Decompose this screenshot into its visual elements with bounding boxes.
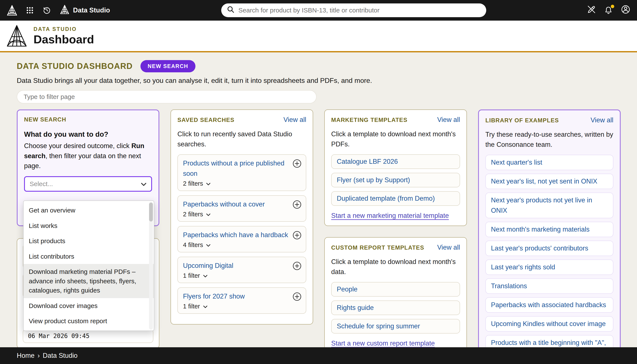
custom-report-template-link[interactable]: Schedule for spring summer [331, 319, 460, 334]
library-example-link[interactable]: Upcoming Kindles without cover image [485, 316, 613, 332]
marketing-templates-view-all[interactable]: View all [437, 116, 460, 124]
library-example-link[interactable]: Next quarter's list [485, 155, 613, 170]
dropdown-option[interactable]: List works [24, 218, 154, 234]
saved-search-link[interactable]: Paperbacks which have a hardback [183, 230, 289, 240]
dashboard-heading: DATA STUDIO DASHBOARD [17, 62, 133, 71]
library-example-link[interactable]: Next month's marketing materials [485, 222, 613, 237]
custom-report-template-link[interactable]: People [331, 282, 460, 296]
saved-search-filters-toggle[interactable]: 1 filter [183, 272, 289, 279]
saved-search-filters-toggle[interactable]: 2 filters [183, 180, 289, 187]
outcome-instruction: Choose your desired outcome, click Run s… [24, 141, 152, 171]
saved-search-item: Products without a price published soon … [177, 154, 306, 191]
dropdown-option[interactable]: List contributors [24, 249, 154, 264]
app-name: Data Studio [73, 6, 110, 14]
dropdown-option[interactable]: Download marketing material PDFs – advan… [24, 264, 154, 298]
apps-grid-icon[interactable] [26, 7, 34, 14]
saved-search-item: Paperbacks without a cover 2 filters [177, 195, 306, 222]
saved-search-filters-toggle[interactable]: 1 filter [183, 303, 289, 310]
custom-report-templates-description: Click a template to download next month'… [331, 257, 460, 277]
top-app-bar: Data Studio [0, 0, 637, 20]
library-example-link[interactable]: Translations [485, 278, 613, 294]
start-custom-report-template-link[interactable]: Start a new custom report template [331, 340, 435, 347]
consonance-logo-icon[interactable] [7, 5, 17, 16]
account-icon[interactable] [621, 4, 630, 16]
library-title: LIBRARY OF EXAMPLES [485, 117, 559, 124]
notifications-button[interactable] [604, 6, 613, 15]
new-search-button[interactable]: NEW SEARCH [141, 60, 196, 72]
library-example-link[interactable]: Next year's list, not yet sent in ONIX [485, 174, 613, 189]
dashboard-intro: Data Studio brings all your data togethe… [17, 76, 620, 84]
add-circle-icon[interactable] [292, 200, 302, 210]
library-example-link[interactable]: Next year's products not yet live in ONI… [485, 192, 613, 218]
column-saved-searches: SAVED SEARCHES View all Click to run rec… [171, 110, 313, 324]
page: Data Studio [0, 0, 637, 364]
column-library: LIBRARY OF EXAMPLES View all Try these r… [478, 110, 621, 364]
custom-report-templates-title: CUSTOM REPORT TEMPLATES [331, 244, 424, 251]
breadcrumb-home-link[interactable]: Home [17, 352, 35, 360]
saved-search-link[interactable]: Paperbacks without a cover [183, 199, 289, 210]
marketing-template-link[interactable]: Duplicated template (from Demo) [331, 191, 460, 206]
chevron-down-icon [203, 272, 208, 279]
add-circle-icon[interactable] [292, 261, 302, 271]
global-search [221, 4, 486, 17]
timestamp: 06 Mar 2026 09:45 [23, 329, 153, 343]
library-of-examples-card: LIBRARY OF EXAMPLES View all Try these r… [478, 110, 621, 364]
history-icon[interactable] [43, 6, 51, 14]
start-marketing-template-link[interactable]: Start a new marketing material template [331, 212, 449, 220]
breadcrumb-current: Data Studio [43, 352, 78, 360]
add-circle-icon[interactable] [292, 158, 302, 168]
saved-search-link[interactable]: Products without a price published soon [183, 158, 289, 179]
chevron-down-icon [206, 180, 211, 187]
custom-report-templates-card: CUSTOM REPORT TEMPLATES View all Click a… [324, 237, 467, 354]
data-studio-home-link[interactable]: Data Studio [60, 4, 110, 16]
chevron-down-icon [206, 242, 211, 248]
consonance-logo-icon [60, 4, 69, 16]
add-circle-icon[interactable] [292, 292, 302, 302]
library-example-link[interactable]: Last year's products' contributors [485, 240, 613, 256]
marketing-templates-title: MARKETING TEMPLATES [331, 117, 407, 124]
pencil-slash-icon[interactable] [587, 5, 596, 16]
page-title: Dashboard [34, 32, 94, 46]
scrollbar-thumb[interactable] [149, 202, 153, 222]
custom-report-template-link[interactable]: Rights guide [331, 300, 460, 315]
custom-report-templates-view-all[interactable]: View all [437, 244, 460, 251]
main-content: DATA STUDIO DASHBOARD NEW SEARCH Data St… [0, 52, 637, 364]
header-kicker: DATA STUDIO [34, 26, 94, 32]
page-filter-input[interactable] [17, 90, 317, 104]
marketing-template-link[interactable]: Catalogue LBF 2026 [331, 154, 460, 169]
saved-searches-card: SAVED SEARCHES View all Click to run rec… [171, 110, 313, 324]
dropdown-scrollbar[interactable] [149, 202, 153, 330]
dropdown-option[interactable]: List products [24, 233, 154, 249]
marketing-templates-card: MARKETING TEMPLATES View all Click a tem… [324, 110, 467, 226]
chevron-down-icon [141, 180, 147, 188]
saved-searches-title: SAVED SEARCHES [177, 117, 234, 124]
column-new-search: NEW SEARCH What do you want to do? Choos… [17, 110, 159, 348]
global-search-input[interactable] [238, 7, 481, 14]
marketing-template-link[interactable]: Flyer (set up by Support) [331, 173, 460, 187]
new-search-card-title: NEW SEARCH [24, 116, 66, 123]
dropdown-option[interactable]: Get an overview [24, 202, 154, 218]
chevron-down-icon [203, 303, 208, 310]
library-description: Try these ready-to-use searches, written… [485, 130, 613, 150]
library-example-link[interactable]: Paperbacks with associated hardbacks [485, 297, 613, 313]
saved-search-link[interactable]: Flyers for 2027 show [183, 291, 289, 302]
saved-search-filters-toggle[interactable]: 4 filters [183, 242, 289, 248]
dropdown-option[interactable]: View product custom report [24, 313, 154, 329]
add-circle-icon[interactable] [292, 230, 302, 240]
saved-search-link[interactable]: Upcoming Digital [183, 260, 289, 271]
breadcrumb: Home › Data Studio [0, 347, 637, 364]
outcome-select[interactable]: Select... [24, 176, 152, 192]
saved-search-item: Paperbacks which have a hardback 4 filte… [177, 226, 306, 252]
saved-search-item: Flyers for 2027 show 1 filter [177, 288, 306, 314]
breadcrumb-separator: › [38, 352, 40, 360]
library-example-link[interactable]: Last year's rights sold [485, 260, 613, 275]
saved-searches-description: Click to run recently saved Data Studio … [177, 129, 306, 149]
outcome-dropdown: Get an overview List works List products… [23, 200, 154, 331]
chevron-down-icon [206, 211, 211, 218]
outcome-question: What do you want to do? [24, 130, 152, 138]
saved-searches-view-all[interactable]: View all [284, 116, 306, 124]
library-view-all[interactable]: View all [591, 116, 613, 124]
saved-search-item: Upcoming Digital 1 filter [177, 257, 306, 283]
dropdown-option[interactable]: Download cover images [24, 298, 154, 314]
saved-search-filters-toggle[interactable]: 2 filters [183, 211, 289, 218]
